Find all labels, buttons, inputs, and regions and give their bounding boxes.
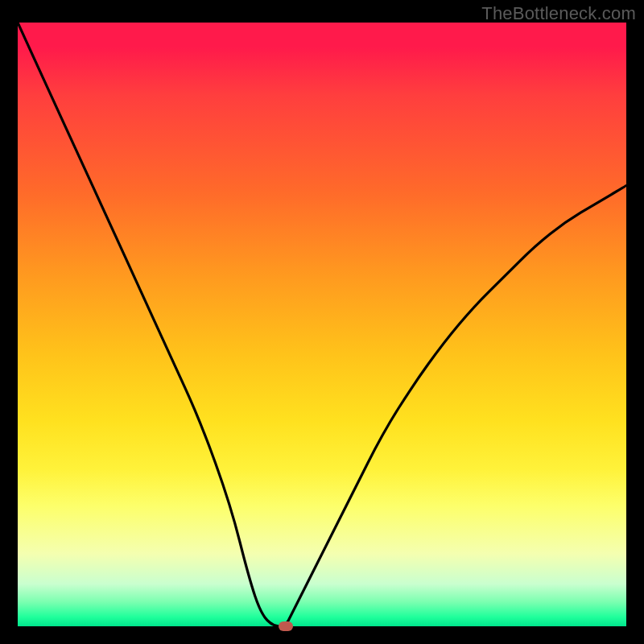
watermark-text: TheBottleneck.com (481, 3, 636, 24)
chart-frame: TheBottleneck.com (0, 0, 644, 644)
curve-svg (18, 23, 626, 626)
optimum-marker (279, 621, 293, 631)
plot-area (18, 23, 626, 626)
bottleneck-curve-path (18, 23, 626, 626)
